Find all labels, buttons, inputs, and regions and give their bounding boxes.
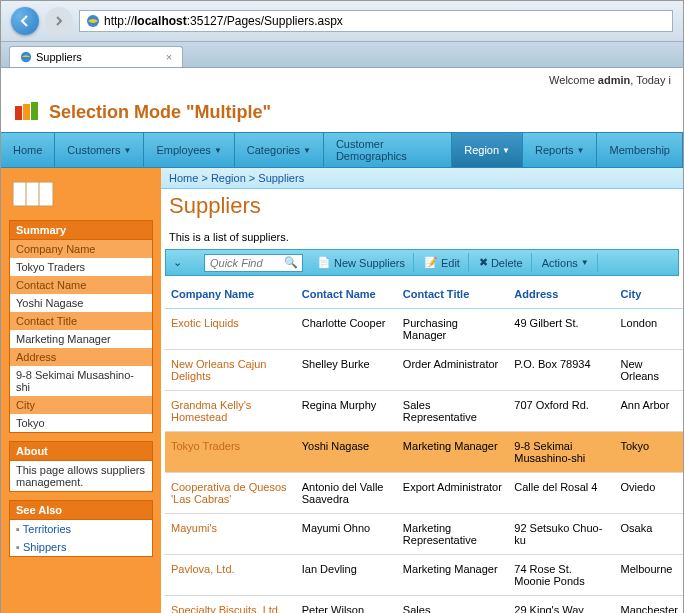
search-input[interactable] [209, 256, 284, 270]
cell-contact: Charlotte Cooper [296, 309, 397, 350]
cell-title: Marketing Manager [397, 432, 508, 473]
address-bar[interactable]: http://localhost:35127/Pages/Suppliers.a… [79, 10, 673, 32]
summary-label: Contact Title [9, 312, 153, 330]
table-row[interactable]: Cooperativa de Quesos 'Las Cabras'Antoni… [165, 473, 684, 514]
ie-icon [86, 14, 100, 28]
breadcrumb: Home > Region > Suppliers [161, 168, 683, 189]
new-button[interactable]: 📄New Suppliers [309, 253, 414, 272]
summary-value: Marketing Manager [9, 330, 153, 348]
cell-title: Order Administrator [397, 350, 508, 391]
edit-button[interactable]: 📝Edit [416, 253, 469, 272]
cell-city: Manchester [614, 596, 684, 614]
cell-contact: Shelley Burke [296, 350, 397, 391]
cell-company: Mayumi's [165, 514, 296, 555]
table-row[interactable]: Tokyo TradersYoshi NagaseMarketing Manag… [165, 432, 684, 473]
cell-city: Tokyo [614, 432, 684, 473]
cell-city: Melbourne [614, 555, 684, 596]
cell-company: Exotic Liquids [165, 309, 296, 350]
welcome-text: Welcome admin, Today i [1, 68, 683, 92]
browser-tab[interactable]: Suppliers × [9, 46, 183, 67]
actions-button[interactable]: Actions▼ [534, 254, 598, 272]
nav-demographics[interactable]: Customer Demographics [324, 133, 452, 167]
main-title: Suppliers [161, 189, 683, 227]
cell-address: 49 Gilbert St. [508, 309, 614, 350]
cell-company: Pavlova, Ltd. [165, 555, 296, 596]
page-title: Selection Mode "Multiple" [49, 102, 271, 123]
cell-address: 74 Rose St. Moonie Ponds [508, 555, 614, 596]
crumb-home[interactable]: Home [169, 172, 198, 184]
cell-address: Calle del Rosal 4 [508, 473, 614, 514]
col-company[interactable]: Company Name [165, 280, 296, 309]
summary-value: 9-8 Sekimai Musashino-shi [9, 366, 153, 396]
svg-rect-4 [31, 102, 38, 120]
cell-title: Export Administrator [397, 473, 508, 514]
table-row[interactable]: New Orleans Cajun DelightsShelley BurkeO… [165, 350, 684, 391]
col-address[interactable]: Address [508, 280, 614, 309]
table-row[interactable]: Specialty Biscuits, Ltd.Peter WilsonSale… [165, 596, 684, 614]
seealso-link[interactable]: ▪ Territories [9, 520, 153, 538]
search-icon[interactable]: 🔍 [284, 256, 298, 269]
cell-contact: Mayumi Ohno [296, 514, 397, 555]
main-nav: Home Customers▼ Employees▼ Categories▼ C… [1, 132, 683, 168]
cell-city: Osaka [614, 514, 684, 555]
tab-label: Suppliers [36, 51, 82, 63]
delete-button[interactable]: ✖Delete [471, 253, 532, 272]
url-text: http://localhost:35127/Pages/Suppliers.a… [104, 14, 343, 28]
nav-reports[interactable]: Reports▼ [523, 133, 597, 167]
crumb-region[interactable]: Region [211, 172, 246, 184]
col-title[interactable]: Contact Title [397, 280, 508, 309]
cell-city: New Orleans [614, 350, 684, 391]
cell-address: 92 Setsuko Chuo-ku [508, 514, 614, 555]
table-row[interactable]: Pavlova, Ltd.Ian DevlingMarketing Manage… [165, 555, 684, 596]
new-icon: 📄 [317, 256, 331, 269]
close-icon[interactable]: × [166, 51, 172, 63]
svg-rect-2 [15, 106, 22, 120]
cell-city: Oviedo [614, 473, 684, 514]
seealso-link[interactable]: ▪ Shippers [9, 538, 153, 557]
cell-company: Tokyo Traders [165, 432, 296, 473]
nav-categories[interactable]: Categories▼ [235, 133, 324, 167]
svg-rect-5 [13, 182, 53, 206]
col-contact[interactable]: Contact Name [296, 280, 397, 309]
cell-title: Marketing Manager [397, 555, 508, 596]
nav-home[interactable]: Home [1, 133, 55, 167]
summary-heading: Summary [9, 220, 153, 240]
table-row[interactable]: Grandma Kelly's HomesteadRegina MurphySa… [165, 391, 684, 432]
summary-label: City [9, 396, 153, 414]
table-row[interactable]: Exotic LiquidsCharlotte CooperPurchasing… [165, 309, 684, 350]
view-icon [9, 176, 153, 212]
col-city[interactable]: City [614, 280, 684, 309]
forward-button[interactable] [45, 7, 73, 35]
cell-city: Ann Arbor [614, 391, 684, 432]
main-area: Home > Region > Suppliers Suppliers This… [161, 168, 683, 613]
table-row[interactable]: Mayumi'sMayumi OhnoMarketing Representat… [165, 514, 684, 555]
svg-rect-3 [23, 104, 30, 120]
back-button[interactable] [11, 7, 39, 35]
nav-customers[interactable]: Customers▼ [55, 133, 144, 167]
cell-contact: Ian Devling [296, 555, 397, 596]
sidebar: Summary Company NameTokyo TradersContact… [1, 168, 161, 613]
about-heading: About [9, 441, 153, 461]
summary-value: Tokyo [9, 414, 153, 433]
cell-contact: Regina Murphy [296, 391, 397, 432]
cell-company: Cooperativa de Quesos 'Las Cabras' [165, 473, 296, 514]
nav-membership[interactable]: Membership [597, 133, 683, 167]
browser-nav-bar: http://localhost:35127/Pages/Suppliers.a… [1, 1, 683, 42]
quick-find[interactable]: 🔍 [204, 254, 303, 272]
cell-contact: Peter Wilson [296, 596, 397, 614]
cell-address: 9-8 Sekimai Musashino-shi [508, 432, 614, 473]
cell-company: New Orleans Cajun Delights [165, 350, 296, 391]
summary-value: Tokyo Traders [9, 258, 153, 276]
cell-company: Specialty Biscuits, Ltd. [165, 596, 296, 614]
seealso-heading: See Also [9, 500, 153, 520]
nav-employees[interactable]: Employees▼ [144, 133, 234, 167]
app-icon [13, 100, 41, 124]
cell-contact: Yoshi Nagase [296, 432, 397, 473]
tab-strip: Suppliers × [1, 42, 683, 68]
cell-title: Sales Representative [397, 391, 508, 432]
cell-title: Marketing Representative [397, 514, 508, 555]
summary-value: Yoshi Nagase [9, 294, 153, 312]
toolbar: ⌄ 🔍 📄New Suppliers 📝Edit ✖Delete Actions… [165, 249, 679, 276]
expand-icon[interactable]: ⌄ [169, 256, 186, 269]
nav-region[interactable]: Region▼ [452, 133, 523, 167]
